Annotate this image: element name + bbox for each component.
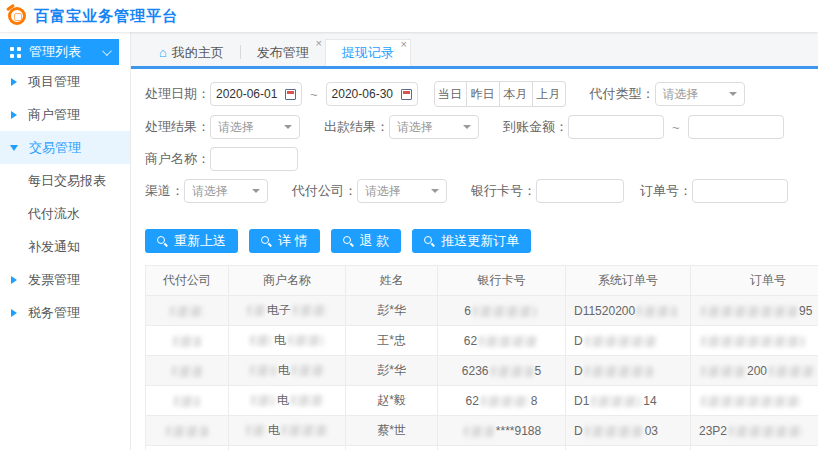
blurred-redaction	[170, 306, 204, 317]
tab-1[interactable]: ⌂我的主页	[143, 39, 240, 66]
blurred-redaction	[701, 366, 745, 377]
blurred-redaction	[491, 366, 533, 377]
action-button[interactable]: 推送更新订单	[412, 229, 531, 253]
blurred-redaction	[172, 366, 202, 377]
payout-company-select[interactable]: 请选择	[357, 179, 447, 203]
table-row[interactable]: 电蔡*世****9188D0323P2	[146, 416, 818, 446]
table-row[interactable]: 电赵*毅628D114	[146, 386, 818, 416]
payout-type-label: 代付类型：	[590, 85, 655, 103]
sidebar-header-management-list[interactable]: 管理列表	[0, 39, 119, 65]
caret-down-icon	[252, 189, 260, 193]
table-cell: D03	[566, 416, 691, 446]
table-cell: 电	[229, 356, 346, 386]
sidebar-header-label: 管理列表	[29, 43, 81, 61]
calendar-icon[interactable]	[285, 89, 296, 100]
sidebar-item-sub[interactable]: 每日交易报表	[0, 164, 130, 197]
triangle-right-icon	[11, 111, 17, 119]
tab-2[interactable]: 发布管理×	[241, 39, 325, 66]
table-row[interactable]: 电子彭*华6D1152020095	[146, 296, 818, 326]
order-no-input[interactable]	[692, 179, 788, 203]
sidebar-item-group[interactable]: 发票管理	[0, 263, 130, 296]
action-button[interactable]: 详 情	[249, 229, 320, 253]
blurred-redaction	[481, 396, 529, 407]
calendar-icon[interactable]	[401, 89, 412, 100]
table-cell	[146, 446, 229, 450]
quick-date-button[interactable]: 本月	[500, 81, 533, 107]
amount-from-input[interactable]	[568, 115, 664, 139]
table-cell	[229, 446, 346, 450]
caret-down-icon	[463, 125, 471, 129]
caret-down-icon	[284, 125, 292, 129]
sidebar-item-group[interactable]: 项目管理	[0, 65, 130, 98]
quick-date-button[interactable]: 上月	[533, 81, 566, 107]
cell-text: 电	[278, 363, 290, 377]
cell-text: 电子	[267, 303, 291, 317]
table-cell	[146, 416, 229, 446]
merchant-name-input[interactable]	[210, 147, 298, 171]
sidebar-item-sub[interactable]: 补发通知	[0, 230, 130, 263]
date-from-picker[interactable]: 2020-06-01	[210, 82, 302, 106]
blurred-redaction	[292, 365, 324, 376]
table-row[interactable]: 电王*忠62D	[146, 326, 818, 356]
cell-text: 95	[799, 304, 812, 318]
cell-text: 62	[464, 334, 477, 348]
app-logo-icon	[8, 7, 26, 25]
amount-to-input[interactable]	[688, 115, 784, 139]
tab-3[interactable]: 提现记录×	[325, 39, 411, 66]
cell-text: 彭*华	[377, 303, 406, 317]
cell-text: 彭*华	[377, 363, 406, 377]
table-row[interactable]: 电彭*华62365D200	[146, 356, 818, 386]
table-cell: 彭*华	[346, 356, 438, 386]
blurred-redaction	[250, 335, 272, 346]
table-cell: D	[566, 356, 691, 386]
bank-card-input[interactable]	[536, 179, 624, 203]
table-cell	[691, 326, 818, 356]
payout-type-select[interactable]: 请选择	[655, 82, 745, 106]
blurred-redaction	[250, 365, 276, 376]
payout-company-value: 请选择	[365, 183, 431, 200]
blurred-redaction	[173, 336, 201, 347]
channel-label: 渠道：	[145, 182, 184, 200]
amount-label: 到账金额：	[503, 118, 568, 136]
blurred-redaction	[174, 396, 200, 407]
process-result-label: 处理结果：	[145, 118, 210, 136]
sidebar-item-group[interactable]: 交易管理	[0, 131, 130, 164]
payout-result-select[interactable]: 请选择	[389, 115, 479, 139]
bank-card-label: 银行卡号：	[471, 182, 536, 200]
date-quick-select-group: 当日昨日本月上月	[434, 81, 566, 107]
sidebar-item-sub[interactable]: 代付流水	[0, 197, 130, 230]
quick-date-button[interactable]: 昨日	[467, 81, 500, 107]
quick-date-button[interactable]: 当日	[434, 81, 467, 107]
close-icon[interactable]: ×	[400, 39, 406, 50]
action-button[interactable]: 重新上送	[145, 229, 238, 253]
table-cell: 彭*华	[346, 296, 438, 326]
triangle-right-icon	[11, 309, 17, 317]
close-icon[interactable]: ×	[315, 38, 321, 49]
tab-label: 提现记录	[342, 44, 394, 62]
blurred-redaction	[473, 306, 537, 317]
cell-text: 蔡*世	[377, 423, 406, 437]
blurred-redaction	[701, 396, 801, 407]
process-result-select[interactable]: 请选择	[210, 115, 300, 139]
channel-select[interactable]: 请选择	[184, 179, 268, 203]
records-table-wrap: 代付公司商户名称姓名银行卡号系统订单号订单号电子彭*华6D1152020095电…	[145, 265, 818, 450]
action-button[interactable]: 退 款	[331, 229, 402, 253]
date-to-picker[interactable]: 2020-06-30	[326, 82, 418, 106]
blurred-redaction	[291, 395, 323, 406]
table-cell	[346, 446, 438, 450]
triangle-right-icon	[11, 78, 17, 86]
table-cell	[691, 446, 818, 450]
sidebar-item-group[interactable]: 商户管理	[0, 98, 130, 131]
sidebar-item-group[interactable]: 税务管理	[0, 296, 130, 329]
table-cell	[146, 326, 229, 356]
table-cell	[566, 446, 691, 450]
blurred-redaction	[479, 336, 537, 347]
table-cell: 23P2	[691, 416, 818, 446]
table-row[interactable]	[146, 446, 818, 450]
grid-icon	[10, 47, 21, 58]
blurred-redaction	[246, 425, 266, 436]
table-cell: 蔡*世	[346, 416, 438, 446]
cell-text: ****9188	[496, 424, 541, 438]
tab-strip: ⌂我的主页发布管理×提现记录×	[131, 32, 818, 66]
action-button-label: 详 情	[278, 232, 308, 250]
